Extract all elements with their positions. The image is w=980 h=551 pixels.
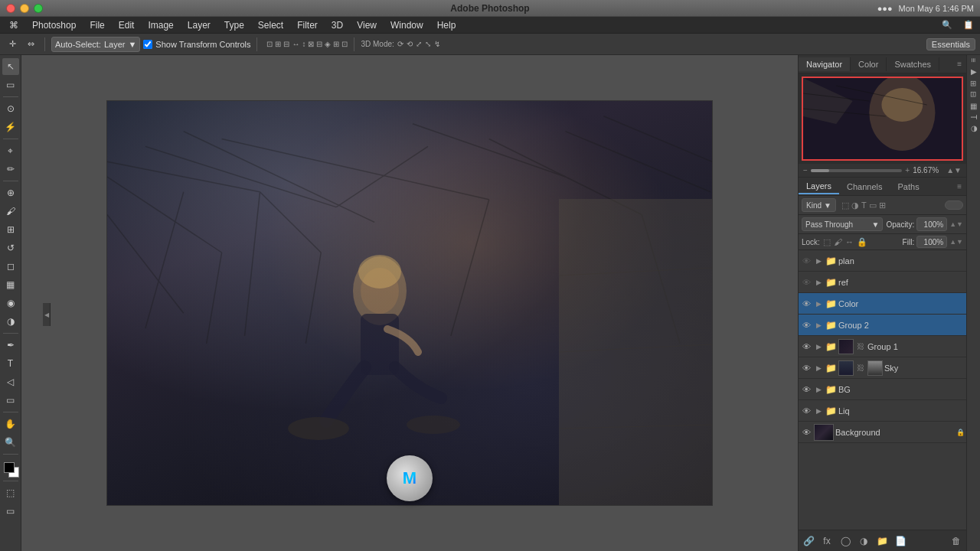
opacity-value[interactable]: 100% <box>916 217 947 231</box>
layer-liq-eye[interactable]: 👁 <box>800 405 812 417</box>
layer-ref-eye[interactable]: 👁 <box>800 276 812 289</box>
brush-tool[interactable]: 🖌 <box>2 203 19 220</box>
tab-layers[interactable]: Layers <box>799 179 839 194</box>
layer-bg-expand[interactable]: ▶ <box>814 385 823 394</box>
filter-adjust-icon[interactable]: ◑ <box>851 201 859 210</box>
layer-liq[interactable]: 👁 ▶ 📁 Liq <box>799 400 966 422</box>
layer-liq-expand[interactable]: ▶ <box>814 406 823 416</box>
eraser-tool[interactable]: ◻ <box>2 258 19 275</box>
menu-3d[interactable]: 3D <box>325 18 349 32</box>
right-icon-4[interactable]: ⊟ <box>969 91 978 97</box>
notification-icon[interactable]: 📋 <box>960 20 977 30</box>
tab-paths[interactable]: Paths <box>890 180 927 194</box>
right-icon-7[interactable]: ◑ <box>969 124 978 132</box>
tab-color[interactable]: Color <box>851 57 887 71</box>
layer-bg-eye[interactable]: 👁 <box>800 383 812 396</box>
layer-ref[interactable]: 👁 ▶ 📁 ref <box>799 272 966 293</box>
tc-10[interactable]: ⊡ <box>341 40 348 48</box>
blend-mode-dropdown[interactable]: Pass Through ▼ <box>802 217 883 231</box>
zoom-slider[interactable] <box>811 169 903 172</box>
menu-photoshop[interactable]: Photoshop <box>26 18 82 32</box>
layer-group1-expand[interactable]: ▶ <box>814 342 823 351</box>
tc-5[interactable]: ↕ <box>302 40 305 48</box>
3d-icon-3[interactable]: ⤢ <box>416 40 422 48</box>
layer-sky-expand[interactable]: ▶ <box>814 364 823 373</box>
tc-4[interactable]: ↔ <box>292 40 299 48</box>
show-transform-checkbox[interactable]: Show Transform Controls <box>143 40 250 49</box>
layer-link-button[interactable]: 🔗 <box>802 534 815 548</box>
tc-8[interactable]: ◈ <box>325 40 331 48</box>
menu-file[interactable]: File <box>83 18 110 32</box>
layer-group1[interactable]: 👁 ▶ 📁 ⛓ Group 1 <box>799 336 966 357</box>
filter-shape-icon[interactable]: ▭ <box>869 201 877 210</box>
shape-tool[interactable]: ▭ <box>2 392 19 409</box>
menu-view[interactable]: View <box>351 18 383 32</box>
right-icon-5[interactable]: ▦ <box>969 102 978 110</box>
filter-pixel-icon[interactable]: ⬚ <box>841 201 849 210</box>
crop-tool[interactable]: ⌖ <box>2 142 19 159</box>
quick-mask-tool[interactable]: ⬚ <box>2 484 19 501</box>
menu-type[interactable]: Type <box>218 18 250 32</box>
lock-position-icon[interactable]: ↔ <box>845 237 854 247</box>
tc-6[interactable]: ⊠ <box>308 40 314 48</box>
menu-select[interactable]: Select <box>252 18 289 32</box>
layer-group-button[interactable]: 📁 <box>875 534 889 548</box>
auto-select-dropdown[interactable]: Auto-Select: Layer ▼ <box>51 37 140 52</box>
layer-plan-eye[interactable]: 👁 <box>800 255 812 267</box>
right-icon-6[interactable]: T <box>969 115 978 119</box>
clone-tool[interactable]: ⊞ <box>2 221 19 238</box>
tc-1[interactable]: ⊡ <box>266 40 273 48</box>
3d-icon-5[interactable]: ↯ <box>434 40 440 48</box>
right-icon-1[interactable]: ≡ <box>969 58 978 63</box>
menu-filter[interactable]: Filter <box>291 18 324 32</box>
maximize-button[interactable] <box>34 4 43 13</box>
filter-kind-dropdown[interactable]: Kind ▼ <box>802 198 836 212</box>
search-icon[interactable]: 🔍 <box>939 20 956 30</box>
layer-group1-eye[interactable]: 👁 <box>800 341 812 353</box>
hand-tool[interactable]: ✋ <box>2 416 19 432</box>
lock-transparent-icon[interactable]: ⬚ <box>823 237 831 247</box>
tab-swatches[interactable]: Swatches <box>887 57 939 71</box>
layer-sky[interactable]: 👁 ▶ 📁 ⛓ Sky <box>799 357 966 379</box>
lock-pixels-icon[interactable]: 🖌 <box>834 237 842 247</box>
path-tool[interactable]: ◁ <box>2 373 19 390</box>
layer-group2-eye[interactable]: 👁 <box>800 319 812 331</box>
layer-sky-eye[interactable]: 👁 <box>800 362 812 374</box>
foreground-color-swatch[interactable] <box>4 462 15 473</box>
text-tool[interactable]: T <box>2 355 19 372</box>
tab-channels[interactable]: Channels <box>839 180 890 194</box>
left-panel-collapse[interactable]: ◀ <box>43 303 51 326</box>
transform-checkbox-input[interactable] <box>143 40 152 49</box>
lasso-tool[interactable]: ⊙ <box>2 100 19 117</box>
right-icon-2[interactable]: ▶ <box>969 67 978 76</box>
pen-tool[interactable]: ✒ <box>2 337 19 354</box>
zoom-out-icon[interactable]: − <box>803 166 808 174</box>
dodge-tool[interactable]: ◑ <box>2 313 19 330</box>
filter-toggle[interactable] <box>945 201 963 210</box>
layer-fx-button[interactable]: fx <box>820 534 834 548</box>
selection-tool[interactable]: ▭ <box>2 77 19 93</box>
layer-new-button[interactable]: 📄 <box>893 534 907 548</box>
layer-group2[interactable]: 👁 ▶ 📁 Group 2 <box>799 315 966 336</box>
layer-mask-button[interactable]: ◯ <box>838 534 852 548</box>
gradient-tool[interactable]: ▦ <box>2 276 19 293</box>
3d-icon-4[interactable]: ⤡ <box>425 40 431 48</box>
tc-9[interactable]: ⊞ <box>333 40 339 48</box>
layer-delete-button[interactable]: 🗑 <box>949 534 963 548</box>
layer-sky-chain[interactable]: ⛓ <box>855 363 866 373</box>
healing-tool[interactable]: ⊕ <box>2 184 19 201</box>
zoom-in-icon[interactable]: + <box>905 166 910 174</box>
essentials-button[interactable]: Essentials <box>926 38 975 51</box>
foreground-background-colors[interactable] <box>2 461 19 478</box>
tab-navigator[interactable]: Navigator <box>799 57 851 71</box>
move-tool[interactable]: ↖ <box>2 58 19 75</box>
layer-group2-expand[interactable]: ▶ <box>814 321 823 330</box>
navigator-panel-close[interactable]: ≡ <box>952 60 966 68</box>
filter-smart-icon[interactable]: ⊞ <box>879 201 886 210</box>
tc-7[interactable]: ⊟ <box>316 40 322 48</box>
minimize-button[interactable] <box>20 4 29 13</box>
close-button[interactable] <box>6 4 15 13</box>
tc-2[interactable]: ⊞ <box>275 40 281 48</box>
3d-icon-2[interactable]: ⟲ <box>407 40 413 48</box>
eyedropper-tool[interactable]: ✏ <box>2 161 19 178</box>
